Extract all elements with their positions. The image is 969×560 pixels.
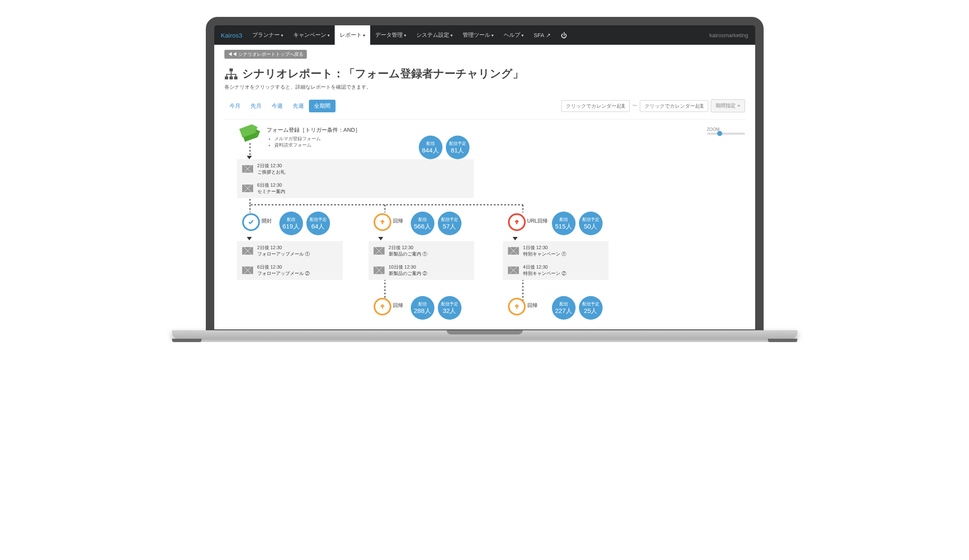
branch-icon-url-return[interactable] [508,213,526,231]
arrow-icon [247,237,252,240]
chevron-down-icon: ▾ [491,33,494,38]
metric-sent[interactable]: 配信566人 [411,212,434,235]
arrow-icon [378,237,383,240]
mail-icon [242,185,253,192]
mail-icon [242,165,253,173]
branch-icon-return[interactable] [374,298,391,315]
laptop-base [172,330,797,342]
chevron-down-icon: ▾ [363,33,365,38]
branch-label: 回帰 [527,302,538,309]
metric-scheduled[interactable]: 配信予定25人 [579,296,603,320]
nav-report[interactable]: レポート▾ [335,25,370,45]
arrow-icon [247,156,252,159]
step-block[interactable]: 2日後 12:30新製品のご案内 ① 10日後 12:30新製品のご案内 ② [368,241,474,280]
trigger-node[interactable]: フォーム登録［トリガー条件：AND］ メルマガ登録フォーム 資料請求フォーム [240,126,360,148]
metric-scheduled[interactable]: 配信予定57人 [438,212,461,235]
period-tab-all[interactable]: 全期間 [309,100,336,112]
chevron-down-icon: ▾ [281,33,283,38]
mail-icon [242,266,253,274]
nav-planner[interactable]: プランナー▾ [247,25,288,45]
branch-label: 回帰 [393,217,403,225]
mail-icon [374,247,385,255]
branch-label: URL回帰 [527,217,548,225]
nav-data[interactable]: データ管理▾ [370,25,411,45]
branch-icon-return[interactable] [508,298,526,315]
metric-sent[interactable]: 配信227人 [552,296,576,320]
period-filter-bar: 今月 先月 今週 先週 全期間 〜 期間指定 » [224,99,745,120]
period-tab-thisweek[interactable]: 今週 [267,100,288,112]
metric-scheduled[interactable]: 配信予定50人 [579,212,603,235]
nav-admin[interactable]: 管理ツール▾ [458,25,499,45]
chevron-down-icon: ▾ [404,33,406,38]
metric-scheduled[interactable]: 配信予定64人 [306,212,330,235]
external-link-icon: ↗ [546,32,551,38]
sitemap-icon [224,68,238,79]
screen: Kairos3 プランナー▾ キャンペーン▾ レポート▾ データ管理▾ システム… [214,25,755,329]
metric-scheduled[interactable]: 配信予定81人 [446,136,469,159]
page-title: シナリオレポート：「フォーム登録者ナーチャリング」 [242,66,524,81]
branch-icon-return[interactable] [374,213,391,231]
metric-scheduled[interactable]: 配信予定32人 [438,296,461,320]
chevron-down-icon: ▾ [328,33,330,38]
power-icon[interactable]: ⏻ [556,25,572,45]
svg-rect-0 [229,68,233,71]
date-to-input[interactable] [640,100,708,112]
account-name[interactable]: kairosmarketing [710,32,748,38]
nav-help[interactable]: ヘルプ▾ [499,25,529,45]
metric-sent[interactable]: 配信619人 [279,212,303,235]
period-tab-lastmonth[interactable]: 先月 [246,100,267,112]
metric-sent[interactable]: 配信844人 [419,136,442,159]
top-navbar: Kairos3 プランナー▾ キャンペーン▾ レポート▾ データ管理▾ システム… [214,25,755,45]
mail-icon [374,266,385,274]
page-subtitle: 各シナリオをクリックすると、詳細なレポートを確認できます。 [224,84,745,91]
trigger-item: 資料請求フォーム [274,142,360,148]
page-title-row: シナリオレポート：「フォーム登録者ナーチャリング」 [224,66,745,81]
tag-icon [240,126,261,143]
metric-sent[interactable]: 配信515人 [552,212,576,235]
trigger-item: メルマガ登録フォーム [274,136,360,142]
step-block[interactable]: 2日後 12:30ご挨拶とお礼 6日後 12:30セミナー案内 [237,159,474,198]
apply-range-button[interactable]: 期間指定 » [711,99,745,112]
mail-icon [508,247,519,255]
nav-campaign[interactable]: キャンペーン▾ [288,25,335,45]
laptop-frame: Kairos3 プランナー▾ キャンペーン▾ レポート▾ データ管理▾ システム… [206,17,764,330]
scenario-flow: フォーム登録［トリガー条件：AND］ メルマガ登録フォーム 資料請求フォーム 配… [224,124,745,329]
mail-icon [242,247,253,255]
period-tab-thismonth[interactable]: 今月 [224,100,246,112]
svg-rect-2 [229,76,233,79]
period-tab-lastweek[interactable]: 先週 [288,100,309,112]
nav-system[interactable]: システム設定▾ [411,25,458,45]
metric-sent[interactable]: 配信288人 [411,296,434,320]
svg-rect-3 [234,76,237,79]
mail-icon [508,266,519,274]
branch-icon-open[interactable] [242,213,260,231]
step-block[interactable]: 2日後 12:30フォローアップメール ① 6日後 12:30フォローアップメー… [237,241,343,280]
back-link[interactable]: ◀◀ シナリオレポートトップへ戻る [224,50,307,59]
nav-sfa[interactable]: SFA ↗ [529,25,555,45]
trigger-title: フォーム登録［トリガー条件：AND］ [267,126,360,134]
date-range-separator: 〜 [632,102,637,109]
date-from-input[interactable] [561,100,630,112]
svg-rect-1 [225,76,228,79]
chevron-down-icon: ▾ [521,33,524,38]
arrow-icon [513,237,518,240]
branch-label: 開封 [262,217,272,225]
chevron-down-icon: ▾ [450,33,453,38]
branch-label: 回帰 [393,302,403,309]
step-block[interactable]: 1日後 12:30特別キャンペーン ① 4日後 12:30特別キャンペーン ② [503,241,609,280]
brand-logo[interactable]: Kairos3 [221,32,243,39]
